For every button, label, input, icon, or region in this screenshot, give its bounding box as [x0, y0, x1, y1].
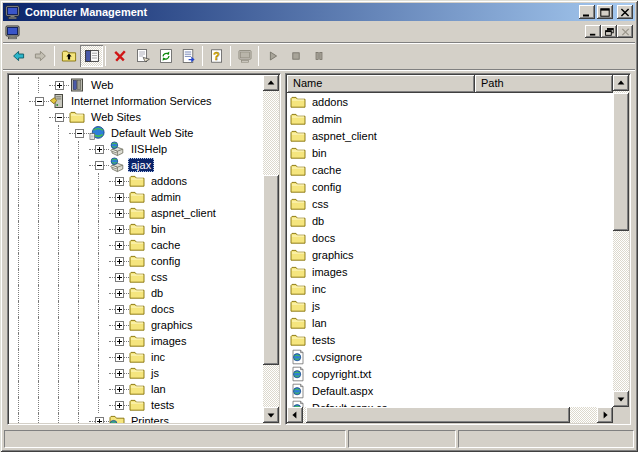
tree-expander[interactable] [109, 285, 129, 301]
list-horizontal-scrollbar[interactable] [287, 407, 613, 423]
child-minimize-button[interactable] [585, 25, 601, 38]
tree-item[interactable]: inc [9, 349, 263, 365]
tree-item[interactable]: cache [9, 237, 263, 253]
list-item[interactable]: inc [287, 280, 613, 297]
scrollbar-thumb[interactable] [263, 175, 279, 365]
tree-expander-box[interactable] [115, 273, 124, 282]
tree-expander[interactable] [109, 317, 129, 333]
tree-item[interactable]: Web [9, 77, 263, 93]
tree-expander[interactable] [109, 269, 129, 285]
tree-expander-box[interactable] [115, 177, 124, 186]
remote-computer-button[interactable] [233, 45, 256, 67]
tree-item[interactable]: addons [9, 173, 263, 189]
list-item[interactable]: graphics [287, 246, 613, 263]
tree-expander[interactable] [109, 221, 129, 237]
list-item[interactable]: js [287, 297, 613, 314]
tree-expander[interactable] [69, 125, 89, 141]
scrollbar-thumb[interactable] [613, 93, 629, 231]
tree-item[interactable]: Internet Information Services [9, 93, 263, 109]
tree-item[interactable]: Web Sites [9, 109, 263, 125]
tree-expander[interactable] [109, 349, 129, 365]
list-item[interactable]: addons [287, 93, 613, 110]
tree-expander[interactable] [109, 397, 129, 413]
menu-view[interactable] [53, 28, 69, 35]
column-header-path[interactable]: Path [475, 75, 613, 93]
tree-expander-box[interactable] [115, 193, 124, 202]
refresh-button[interactable] [154, 45, 177, 67]
tree-expander[interactable] [89, 141, 109, 157]
tree-expander-box[interactable] [115, 241, 124, 250]
list-item[interactable]: config [287, 178, 613, 195]
help-button[interactable]: ? [205, 45, 228, 67]
list-item[interactable]: cache [287, 161, 613, 178]
menu-window[interactable] [69, 28, 85, 35]
tree-item[interactable]: admin [9, 189, 263, 205]
tree-item[interactable]: tests [9, 397, 263, 413]
child-restore-button[interactable] [601, 25, 617, 38]
tree-expander-box[interactable] [115, 321, 124, 330]
forward-button[interactable] [29, 45, 52, 67]
tree-expander-box[interactable] [55, 81, 64, 90]
tree-expander[interactable] [29, 93, 49, 109]
tree-expander[interactable] [49, 77, 69, 93]
up-one-level-button[interactable] [57, 45, 80, 67]
list-item[interactable]: admin [287, 110, 613, 127]
tree-expander-box[interactable] [115, 337, 124, 346]
back-button[interactable] [6, 45, 29, 67]
tree-expander[interactable] [109, 205, 129, 221]
tree-item[interactable]: IISHelp [9, 141, 263, 157]
scroll-down-button[interactable] [263, 407, 279, 423]
tree-expander-box[interactable] [55, 113, 64, 122]
tree-expander-box[interactable] [95, 161, 104, 170]
tree-expander-box[interactable] [115, 353, 124, 362]
scroll-up-button[interactable] [613, 75, 629, 91]
tree-expander-box[interactable] [95, 417, 104, 424]
tree-item[interactable]: js [9, 365, 263, 381]
list-item[interactable]: copyright.txt [287, 365, 613, 382]
tree-item[interactable]: images [9, 333, 263, 349]
tree-expander-box[interactable] [75, 129, 84, 138]
tree-expander[interactable] [109, 253, 129, 269]
tree-expander[interactable] [109, 189, 129, 205]
tree-expander[interactable] [109, 173, 129, 189]
tree-expander-box[interactable] [115, 289, 124, 298]
tree-expander[interactable] [109, 333, 129, 349]
tree-expander-box[interactable] [115, 369, 124, 378]
maximize-button[interactable] [597, 5, 613, 19]
export-list-button[interactable] [177, 45, 200, 67]
list-item[interactable]: .cvsignore [287, 348, 613, 365]
tree-expander[interactable] [89, 413, 109, 423]
tree-item[interactable]: aspnet_client [9, 205, 263, 221]
scrollbar-track[interactable] [303, 407, 597, 423]
list-item[interactable]: lan [287, 314, 613, 331]
tree-expander-box[interactable] [115, 257, 124, 266]
list-item[interactable]: bin [287, 144, 613, 161]
child-close-button[interactable] [617, 25, 633, 38]
pause-item-button[interactable] [307, 45, 330, 67]
scrollbar-track[interactable] [263, 91, 279, 407]
tree-expander[interactable] [109, 381, 129, 397]
scroll-down-button[interactable] [613, 391, 629, 407]
tree-expander-box[interactable] [115, 305, 124, 314]
start-item-button[interactable] [261, 45, 284, 67]
close-button[interactable] [617, 5, 633, 19]
tree-expander[interactable] [109, 237, 129, 253]
tree-item[interactable]: Printers [9, 413, 263, 423]
tree-item[interactable]: bin [9, 221, 263, 237]
tree-expander-box[interactable] [95, 145, 104, 154]
tree-item[interactable]: lan [9, 381, 263, 397]
tree-item[interactable]: docs [9, 301, 263, 317]
tree-expander[interactable] [109, 365, 129, 381]
list-item[interactable]: db [287, 212, 613, 229]
tree-vertical-scrollbar[interactable] [263, 75, 279, 423]
tree-item-selected[interactable]: ajax [9, 157, 263, 173]
tree-item[interactable]: Default Web Site [9, 125, 263, 141]
list-vertical-scrollbar[interactable] [613, 75, 629, 407]
properties-button[interactable] [131, 45, 154, 67]
scroll-right-button[interactable] [597, 407, 613, 423]
menu-help[interactable] [85, 28, 101, 35]
scrollbar-thumb[interactable] [306, 407, 570, 423]
tree-item[interactable]: graphics [9, 317, 263, 333]
title-bar[interactable]: Computer Management [3, 3, 635, 21]
list-item[interactable]: aspnet_client [287, 127, 613, 144]
